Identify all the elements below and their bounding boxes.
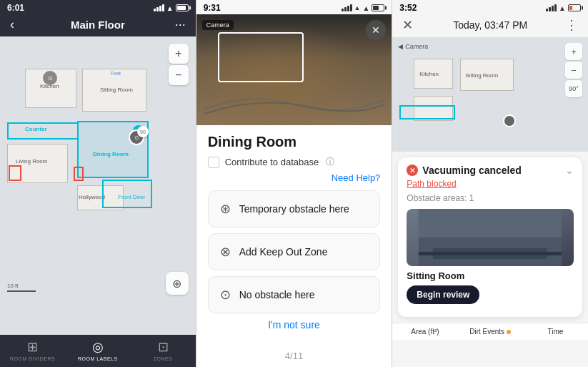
wifi-p3: ▲ bbox=[559, 4, 566, 12]
p3-more-button[interactable]: ⋮ bbox=[561, 17, 578, 33]
sig-bar4 bbox=[350, 4, 352, 11]
back-button[interactable]: ‹ bbox=[10, 17, 27, 32]
info-icon[interactable]: ⓘ bbox=[326, 156, 334, 168]
scale-bar: 10 ft bbox=[7, 283, 36, 292]
zoom-in-button[interactable]: + bbox=[169, 44, 189, 64]
signal-bar3 bbox=[159, 6, 161, 11]
signal-bar2 bbox=[156, 7, 159, 11]
temp-obstacle-label: Temporary obstacle here bbox=[239, 203, 349, 215]
p3-header: ✕ Today, 03:47 PM ⋮ bbox=[392, 14, 588, 37]
panel-vacuuming-canceled: 3:52 ▲ ✕ Today, 03:47 PM ⋮ ◀ Camera bbox=[392, 0, 588, 367]
room-dividers-label: ROOM DIVIDERS bbox=[10, 356, 55, 361]
keep-out-label: Add Keep Out Zone bbox=[239, 246, 328, 258]
obstacle-room-name: Sitting Room bbox=[407, 270, 574, 281]
chevron-down-icon[interactable]: ⌄ bbox=[565, 165, 574, 176]
battery-fill-p3 bbox=[569, 6, 572, 10]
wifi-icon-p2: ▲ bbox=[362, 4, 369, 12]
begin-review-button[interactable]: Begin review bbox=[407, 285, 479, 304]
bottom-tab-bar: ⊞ ROOM DIVIDERS ◎ ROOM LABELS ⊡ ZONES bbox=[0, 335, 196, 367]
scale-line bbox=[7, 290, 36, 292]
signal-icon-p2 bbox=[342, 4, 352, 11]
p3-zoom-out[interactable]: − bbox=[565, 62, 582, 79]
dirt-events-label: Dirt Events bbox=[469, 328, 504, 336]
time-panel2: 9:31 bbox=[204, 3, 221, 13]
obstacle-photo-inner bbox=[407, 209, 574, 266]
p3-mini-map[interactable]: ◀ Camera Kitchen Sitting Room + − 90° bbox=[392, 37, 588, 152]
detected-room-name: Dining Room bbox=[208, 134, 381, 150]
location-icon: ▲ bbox=[354, 4, 361, 11]
scale-label: 10 ft bbox=[7, 283, 19, 289]
p3-zoom-controls: + − 90° bbox=[565, 43, 582, 97]
room-dividers-icon: ⊞ bbox=[27, 339, 38, 355]
svg-rect-3 bbox=[419, 252, 562, 255]
time-label: Time bbox=[547, 328, 563, 336]
time-panel3: 3:52 bbox=[399, 3, 417, 13]
notif-header: ✕ Vacuuming canceled ⌄ bbox=[407, 165, 574, 176]
need-help-link[interactable]: Need Help? bbox=[332, 172, 381, 183]
area-label: Area (ft²) bbox=[411, 328, 439, 336]
room-sitting-room[interactable] bbox=[82, 69, 146, 112]
map-bg bbox=[392, 37, 588, 152]
tab-zones[interactable]: ⊡ ZONES bbox=[130, 339, 195, 361]
notif-title-row: ✕ Vacuuming canceled bbox=[407, 165, 522, 176]
battery-p3 bbox=[568, 4, 581, 11]
not-sure-link[interactable]: I'm not sure bbox=[268, 319, 320, 331]
main-floor-title: Main Floor bbox=[27, 19, 169, 31]
source-text: Camera bbox=[405, 43, 428, 50]
keep-out-icon: ⊗ bbox=[220, 244, 231, 260]
contribute-row: Contribute to database ⓘ bbox=[208, 156, 381, 168]
tab-room-labels[interactable]: ◎ ROOM LABELS bbox=[65, 339, 130, 361]
sb2 bbox=[549, 7, 551, 11]
zoom-out-button[interactable]: − bbox=[169, 65, 189, 85]
detection-content: Dining Room Contribute to database ⓘ Nee… bbox=[196, 125, 392, 343]
red-zone-1[interactable] bbox=[9, 165, 21, 181]
more-menu-button[interactable]: ··· bbox=[169, 17, 186, 32]
option-temporary-obstacle[interactable]: ⊛ Temporary obstacle here bbox=[208, 190, 381, 227]
tab-dirt-events[interactable]: Dirt Events bbox=[458, 323, 523, 340]
status-icons-panel2: ▲ ▲ bbox=[342, 4, 385, 12]
sig-bar3 bbox=[347, 6, 349, 11]
red-zone-2[interactable] bbox=[74, 167, 84, 181]
robot-icon: ⊙ bbox=[43, 71, 57, 85]
close-icon: ✕ bbox=[372, 24, 380, 36]
source-label: Camera bbox=[202, 20, 234, 30]
back-arrow-icon: ◀ bbox=[398, 43, 403, 50]
page-indicator: 4/11 bbox=[196, 343, 392, 367]
room-entry[interactable] bbox=[102, 180, 152, 208]
map-zoom-controls: + − bbox=[169, 44, 189, 85]
need-help-row: Need Help? bbox=[208, 172, 381, 183]
p3-close-button[interactable]: ✕ bbox=[402, 17, 419, 33]
wifi-icon: ▲ bbox=[166, 4, 174, 12]
battery-icon bbox=[176, 4, 189, 11]
signal-icon bbox=[154, 4, 164, 11]
obstacle-photo-svg bbox=[407, 209, 574, 266]
option-no-obstacle[interactable]: ⊙ No obstacle here bbox=[208, 276, 381, 313]
p3-zoom-in[interactable]: + bbox=[565, 43, 582, 60]
room-counter[interactable] bbox=[7, 122, 79, 140]
tab-room-dividers[interactable]: ⊞ ROOM DIVIDERS bbox=[0, 339, 65, 361]
temp-obstacle-icon: ⊛ bbox=[220, 201, 231, 217]
not-sure-row: I'm not sure bbox=[208, 319, 381, 331]
option-keep-out-zone[interactable]: ⊗ Add Keep Out Zone bbox=[208, 233, 381, 270]
p3-header-title: Today, 03:47 PM bbox=[419, 19, 561, 31]
tab-area[interactable]: Area (ft²) bbox=[392, 323, 457, 340]
floor-map[interactable]: Kitchen ⊙ Sitting Room Feat Counter Livi… bbox=[0, 36, 196, 335]
zones-icon: ⊡ bbox=[158, 339, 169, 355]
sig-bar1 bbox=[342, 9, 344, 11]
sb4 bbox=[554, 4, 557, 11]
sb3 bbox=[552, 6, 554, 11]
contribute-checkbox[interactable] bbox=[208, 157, 219, 168]
layers-button[interactable]: ⊕ bbox=[166, 272, 189, 295]
error-dot: ✕ bbox=[407, 165, 418, 176]
detection-box bbox=[218, 32, 304, 82]
battery-p2 bbox=[372, 4, 384, 11]
no-obstacle-icon: ⊙ bbox=[220, 287, 231, 303]
path-blocked-link[interactable]: Path blocked bbox=[407, 179, 574, 189]
mini-counter bbox=[399, 105, 455, 119]
signal-icon-p3 bbox=[546, 4, 557, 11]
signal-bar1 bbox=[154, 9, 156, 11]
tab-time[interactable]: Time bbox=[523, 323, 588, 340]
p3-bottom-tabs: Area (ft²) Dirt Events Time bbox=[392, 323, 588, 340]
camera-photo: ✕ Camera bbox=[196, 14, 392, 125]
cable-lines bbox=[196, 82, 392, 118]
